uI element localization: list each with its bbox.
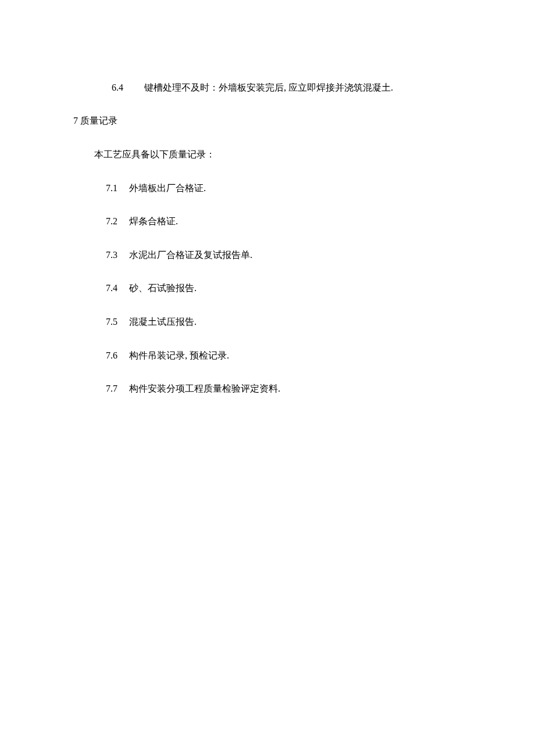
item-7-2-text: 焊条合格证. [129,216,178,226]
line-6-4: 6.4键槽处理不及时：外墙板安装完后, 应立即焊接并浇筑混凝土. [69,63,466,96]
section-7-intro: 本工艺应具备以下质量记录： [69,130,466,163]
section-7: 7 质量记录 [69,96,466,130]
item-7-2-num: 7.2 [106,213,129,230]
item-7-3-text: 水泥出厂合格证及复试报告单. [129,250,252,260]
item-7-7-num: 7.7 [106,381,129,397]
item-7-5-text: 混凝土试压报告. [129,317,197,327]
item-7-3: 7.3水泥出厂合格证及复试报告单. [69,230,466,264]
item-7-5: 7.5混凝土试压报告. [69,297,466,331]
item-7-7-text: 构件安装分项工程质量检验评定资料. [129,384,280,393]
item-7-6-num: 7.6 [106,347,129,364]
item-7-4-text: 砂、石试验报告. [129,283,197,293]
item-7-1: 7.1外墙板出厂合格证. [69,163,466,197]
section-7-title: 质量记录 [78,116,117,126]
item-7-6-text: 构件吊装记录, 预检记录. [129,350,229,360]
item-7-2: 7.2焊条合格证. [69,196,466,230]
line-6-4-text: 键槽处理不及时：外墙板安装完后, 应立即焊接并浇筑混凝土. [144,83,393,92]
section-7-num: 7 [73,116,78,126]
item-7-3-num: 7.3 [106,247,129,264]
item-7-7: 7.7构件安装分项工程质量检验评定资料. [69,364,466,397]
item-7-4-num: 7.4 [106,280,129,297]
line-6-4-num: 6.4 [112,80,144,96]
intro-text: 本工艺应具备以下质量记录： [94,149,215,159]
item-7-4: 7.4砂、石试验报告. [69,264,466,298]
item-7-1-text: 外墙板出厂合格证. [129,183,206,193]
item-7-1-num: 7.1 [106,180,129,197]
item-7-6: 7.6构件吊装记录, 预检记录. [69,331,466,364]
item-7-5-num: 7.5 [106,314,129,331]
